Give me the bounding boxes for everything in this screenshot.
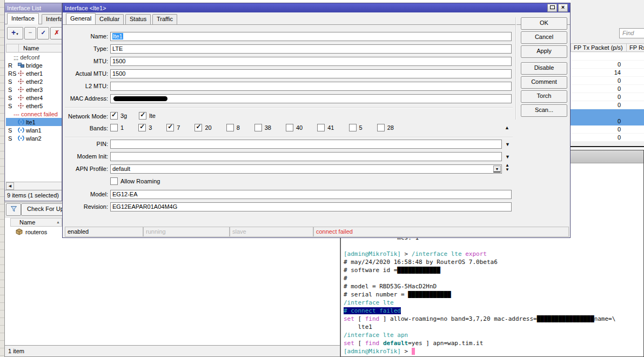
network-mode-lte-checkbox[interactable]: lte — [139, 112, 156, 120]
row-name: lte1 — [26, 119, 36, 125]
interface-row-ether1[interactable]: RSether1 — [6, 69, 62, 77]
terminal-line: /interface lte — [344, 299, 643, 307]
interface-name-column-header[interactable]: Name — [18, 44, 62, 52]
terminal-line: set [ find ] allow-roaming=no band=3,7,2… — [344, 315, 643, 323]
band-28-checkbox[interactable]: 28 — [377, 124, 394, 131]
add-interface-button[interactable]: +▼ — [7, 27, 23, 39]
apply-button[interactable]: Apply — [521, 45, 567, 58]
disable-button[interactable]: Disable — [521, 62, 567, 75]
row-flag: S — [6, 135, 18, 142]
scroll-left-button[interactable]: ◀ — [6, 182, 14, 190]
pin-field[interactable] — [110, 140, 502, 149]
tab-interface-list[interactable]: Interfac — [42, 14, 62, 24]
interface-row-ether2-fp-tx[interactable]: 0 — [571, 77, 644, 85]
checkbox-label: 5 — [359, 124, 363, 131]
apn-profile-field[interactable]: default ▼ — [110, 164, 502, 174]
fp-rx-column-header[interactable]: FP Rx — [626, 43, 644, 52]
l2-mtu-field[interactable] — [110, 82, 512, 91]
torch-button[interactable]: Torch — [521, 90, 567, 103]
band-3-checkbox[interactable]: 3 — [138, 124, 152, 131]
interface-row-lte1-fp-tx[interactable]: 0 — [571, 117, 644, 125]
disable-interface-button[interactable]: ✗ — [50, 27, 62, 39]
package-column-name[interactable]: Name ▲ — [10, 218, 62, 227]
mtu-field[interactable]: 1500 — [110, 57, 512, 66]
interface-row-ether5[interactable]: Sether5 — [6, 102, 62, 110]
find-box[interactable]: Find — [619, 28, 644, 38]
interface-row-wlan2[interactable]: Swlan2 — [6, 134, 62, 142]
allow-roaming-checkbox[interactable]: Allow Roaming — [110, 177, 160, 185]
interface-row-ether3[interactable]: Sether3 — [6, 85, 62, 94]
interface-flag-column-header[interactable] — [6, 44, 19, 52]
remove-interface-button[interactable]: − — [24, 27, 36, 39]
fp-tx-packet-column-header[interactable]: FP Tx Packet (p/s) — [571, 43, 627, 52]
checkbox-box — [110, 177, 118, 185]
name-field[interactable]: lte1 — [110, 32, 512, 41]
apn-profile-spinner[interactable]: ▲ ▼ — [505, 163, 509, 172]
band-5-checkbox[interactable]: 5 — [349, 124, 363, 131]
collapse-bands-icon[interactable]: ▲ — [505, 125, 509, 130]
interface-row-ether4-fp-tx[interactable]: 0 — [571, 93, 644, 101]
combo-drop-icon[interactable]: ▼ — [493, 166, 501, 173]
revision-field[interactable]: EG12EAPAR01A04M4G — [110, 202, 512, 211]
terminal-text: find — [365, 340, 380, 347]
tab-general[interactable]: General — [66, 13, 96, 24]
ok-button[interactable]: OK — [521, 17, 567, 30]
scan-button[interactable]: Scan... — [521, 104, 567, 117]
interface-row-defconf[interactable]: ;;; defconf — [6, 53, 62, 61]
bands-label: Bands: — [63, 124, 108, 133]
interface-row-connect-failed-fp-tx[interactable] — [571, 109, 644, 117]
mac-address-field[interactable] — [110, 94, 512, 103]
comment-button[interactable]: Comment — [521, 76, 567, 89]
fp-tx-value: 14 — [571, 69, 626, 76]
pin-label: PIN: — [63, 140, 108, 149]
modem-init-dropdown-icon[interactable]: ▼ — [505, 155, 510, 160]
band-40-checkbox[interactable]: 40 — [286, 124, 303, 131]
enable-interface-button[interactable]: ✓ — [37, 27, 49, 39]
tab-cellular[interactable]: Cellular — [95, 14, 124, 24]
interface-row-ether2[interactable]: Sether2 — [6, 77, 62, 85]
band-41-checkbox[interactable]: 41 — [317, 124, 334, 131]
checkbox-box — [110, 112, 118, 120]
interface-row-defconf-fp-tx[interactable] — [571, 52, 644, 61]
terminal-text: > — [401, 250, 412, 257]
model-field[interactable]: EG12-EA — [110, 190, 512, 199]
l2-mtu-label: L2 MTU: — [63, 82, 108, 91]
checkbox-label: 20 — [205, 124, 211, 131]
restore-icon[interactable] — [547, 4, 557, 12]
checkbox-box — [377, 124, 385, 131]
cancel-button[interactable]: Cancel — [521, 31, 567, 44]
interface-row-ether3-fp-tx[interactable]: 0 — [571, 85, 644, 93]
pin-dropdown-icon[interactable]: ▼ — [505, 142, 510, 147]
ether-icon — [18, 70, 26, 76]
tab-interface[interactable]: Interface — [7, 13, 39, 24]
band-7-checkbox[interactable]: 7 — [166, 124, 180, 131]
band-8-checkbox[interactable]: 8 — [226, 124, 240, 131]
actual-mtu-field[interactable]: 1500 — [110, 69, 512, 78]
band-1-checkbox[interactable]: 1 — [110, 124, 124, 131]
interface-row-connect-failed[interactable]: --- connect failed — [6, 110, 62, 118]
type-field[interactable]: LTE — [110, 44, 512, 54]
filter-button[interactable] — [6, 203, 21, 216]
modem-init-field[interactable] — [110, 152, 502, 161]
interface-row-wlan1[interactable]: Swlan1 — [6, 126, 62, 134]
interface-hscrollbar[interactable]: ◀ — [6, 182, 62, 189]
tab-status[interactable]: Status — [125, 14, 151, 24]
fp-tx-value: 0 — [571, 61, 626, 68]
interface-row-ether4[interactable]: Sether4 — [6, 94, 62, 102]
checkbox-box — [226, 124, 234, 131]
close-icon[interactable]: × — [558, 4, 568, 12]
interface-row-ether5-fp-tx[interactable]: 0 — [571, 101, 644, 109]
fp-tx-value — [571, 52, 626, 60]
interface-row-wlan1-fp-tx[interactable]: 0 — [571, 125, 644, 134]
interface-row-lte1[interactable]: lte1 — [6, 118, 62, 126]
dialog-titlebar: Interface <lte1> × — [63, 3, 570, 12]
interface-row-bridge[interactable]: Rbridge — [6, 61, 62, 69]
interface-list-tabs: Interface Interfac — [5, 12, 62, 24]
band-20-checkbox[interactable]: 20 — [194, 124, 211, 131]
interface-row-wlan2-fp-tx[interactable]: 0 — [571, 134, 644, 142]
interface-row-bridge-fp-tx[interactable]: 0 — [571, 61, 644, 69]
band-38-checkbox[interactable]: 38 — [254, 124, 271, 131]
interface-row-ether1-fp-tx[interactable]: 14 — [571, 69, 644, 77]
tab-traffic[interactable]: Traffic — [152, 14, 177, 24]
network-mode-3g-checkbox[interactable]: 3g — [110, 112, 127, 120]
